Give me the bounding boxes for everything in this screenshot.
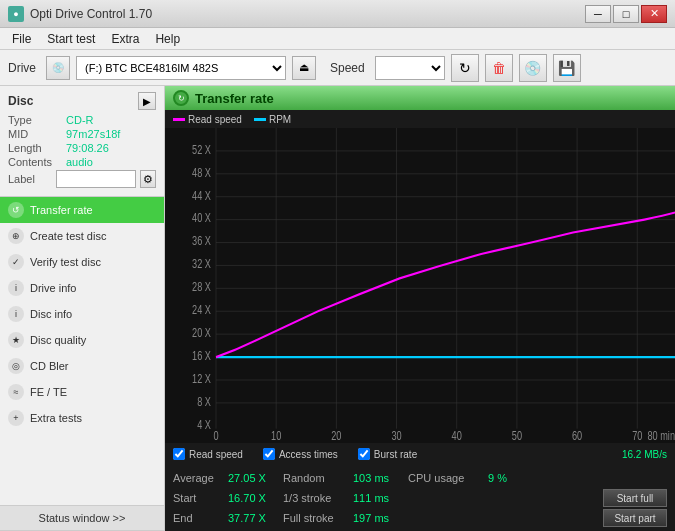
menubar: File Start test Extra Help [0,28,675,50]
sidebar-item-create-test-disc[interactable]: ⊕ Create test disc [0,223,164,249]
disc-mid-label: MID [8,128,66,140]
titlebar: ● Opti Drive Control 1.70 ─ □ ✕ [0,0,675,28]
disc-arrow-button[interactable]: ▶ [138,92,156,110]
rpm-color [254,118,266,121]
disc-mid-row: MID 97m27s18f [8,128,156,140]
svg-text:40: 40 [452,429,462,443]
read-speed-check-item: Read speed [173,448,243,460]
average-val: 27.05 X [228,472,283,484]
disc-type-val: CD-R [66,114,94,126]
stats-row-average: Average 27.05 X Random 103 ms CPU usage … [173,468,667,488]
svg-text:0: 0 [213,429,218,443]
full-stroke-label: Full stroke [283,512,353,524]
disc-length-label: Length [8,142,66,154]
minimize-button[interactable]: ─ [585,5,611,23]
close-button[interactable]: ✕ [641,5,667,23]
burst-rate-check-label: Burst rate [374,449,417,460]
speed-label: Speed [330,61,365,75]
menu-help[interactable]: Help [147,30,188,48]
sidebar-item-extra-tests[interactable]: + Extra tests [0,405,164,431]
drive-icon: 💿 [46,56,70,80]
svg-text:20: 20 [331,429,341,443]
menu-start-test[interactable]: Start test [39,30,103,48]
sidebar-item-verify-test-disc[interactable]: ✓ Verify test disc [0,249,164,275]
disc-label-input[interactable] [56,170,136,188]
refresh-button[interactable]: ↻ [451,54,479,82]
random-label: Random [283,472,353,484]
sidebar-item-disc-quality[interactable]: ★ Disc quality [0,327,164,353]
sidebar-item-drive-info[interactable]: i Drive info [0,275,164,301]
start-val: 16.70 X [228,492,283,504]
save-button[interactable]: 💾 [553,54,581,82]
speed-select[interactable] [375,56,445,80]
sidebar-item-label: Extra tests [30,412,82,424]
svg-text:52 X: 52 X [192,142,211,156]
menu-extra[interactable]: Extra [103,30,147,48]
sidebar-item-disc-info[interactable]: i Disc info [0,301,164,327]
svg-text:20 X: 20 X [192,326,211,340]
status-window-button[interactable]: Status window >> [0,505,164,531]
svg-text:48 X: 48 X [192,165,211,179]
svg-text:60: 60 [572,429,582,443]
drivebar: Drive 💿 (F:) BTC BCE4816IM 482S ⏏ Speed … [0,50,675,86]
chart-header-icon: ↻ [173,90,189,106]
disc-length-row: Length 79:08.26 [8,142,156,154]
sidebar-item-transfer-rate[interactable]: ↺ Transfer rate [0,197,164,223]
disc-length-val: 79:08.26 [66,142,109,154]
sidebar-item-fe-te[interactable]: ≈ FE / TE [0,379,164,405]
right-panel: ↻ Transfer rate Read speed RPM [165,86,675,531]
svg-text:32 X: 32 X [192,257,211,271]
eject-button[interactable]: ⏏ [292,56,316,80]
drive-select[interactable]: (F:) BTC BCE4816IM 482S [76,56,286,80]
create-test-disc-icon: ⊕ [8,228,24,244]
disc-contents-label: Contents [8,156,66,168]
legend-rpm: RPM [254,114,291,125]
svg-text:80 min: 80 min [647,429,675,443]
verify-test-disc-icon: ✓ [8,254,24,270]
sidebar-item-label: Verify test disc [30,256,101,268]
read-speed-check-label: Read speed [189,449,243,460]
chart-header: ↻ Transfer rate [165,86,675,110]
end-val: 37.77 X [228,512,283,524]
chart-checks: Read speed Access times Burst rate 16.2 … [165,443,675,465]
access-times-check-label: Access times [279,449,338,460]
sidebar-item-label: Transfer rate [30,204,93,216]
app-title: Opti Drive Control 1.70 [30,7,152,21]
sidebar-item-label: CD Bler [30,360,69,372]
read-speed-checkbox[interactable] [173,448,185,460]
drive-info-icon: i [8,280,24,296]
disc-label-label: Label [8,173,52,185]
disc-label-settings-button[interactable]: ⚙ [140,170,156,188]
cpu-val: 9 % [488,472,543,484]
erase-button[interactable]: 🗑 [485,54,513,82]
svg-text:50: 50 [512,429,522,443]
drive-label: Drive [8,61,36,75]
full-stroke-val: 197 ms [353,512,408,524]
random-val: 103 ms [353,472,408,484]
access-times-checkbox[interactable] [263,448,275,460]
read-speed-legend-label: Read speed [188,114,242,125]
burn-button[interactable]: 💿 [519,54,547,82]
start-label: Start [173,492,228,504]
svg-text:28 X: 28 X [192,280,211,294]
disc-type-row: Type CD-R [8,114,156,126]
sidebar-item-label: Disc quality [30,334,86,346]
access-times-check-item: Access times [263,448,338,460]
app-icon: ● [8,6,24,22]
svg-text:30: 30 [391,429,401,443]
disc-title: Disc [8,94,33,108]
start-part-button[interactable]: Start part [603,509,667,527]
burst-rate-checkbox[interactable] [358,448,370,460]
sidebar-item-label: Disc info [30,308,72,320]
menu-file[interactable]: File [4,30,39,48]
disc-info-icon: i [8,306,24,322]
disc-quality-icon: ★ [8,332,24,348]
chart-title: Transfer rate [195,91,274,106]
start-full-button[interactable]: Start full [603,489,667,507]
legend-read-speed: Read speed [173,114,242,125]
disc-contents-row: Contents audio [8,156,156,168]
titlebar-buttons: ─ □ ✕ [585,5,667,23]
svg-text:70: 70 [632,429,642,443]
maximize-button[interactable]: □ [613,5,639,23]
sidebar-item-cd-bler[interactable]: ◎ CD Bler [0,353,164,379]
